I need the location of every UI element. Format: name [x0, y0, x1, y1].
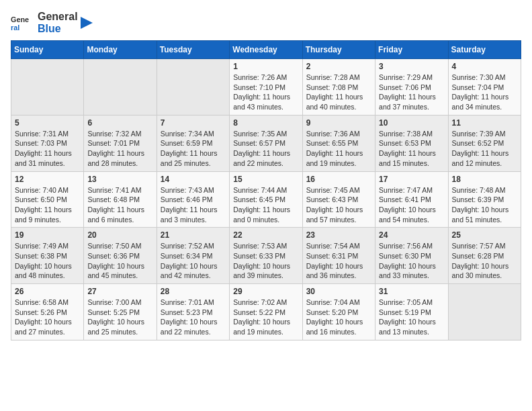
- calendar-cell: 16Sunrise: 7:45 AM Sunset: 6:43 PM Dayli…: [302, 171, 375, 228]
- day-number: 13: [87, 175, 152, 184]
- weekday-header-sunday: Sunday: [11, 41, 84, 59]
- day-info: Sunrise: 7:52 AM Sunset: 6:34 PM Dayligh…: [161, 241, 226, 281]
- logo-text-blue: Blue: [38, 23, 78, 35]
- calendar-cell: 1Sunrise: 7:26 AM Sunset: 7:10 PM Daylig…: [230, 59, 302, 116]
- day-info: Sunrise: 7:32 AM Sunset: 7:01 PM Dayligh…: [87, 129, 152, 169]
- day-number: 2: [306, 62, 371, 71]
- day-info: Sunrise: 7:39 AM Sunset: 6:52 PM Dayligh…: [452, 129, 517, 169]
- svg-text:Gene: Gene: [11, 15, 29, 24]
- week-row-5: 26Sunrise: 6:58 AM Sunset: 5:26 PM Dayli…: [11, 284, 521, 340]
- calendar-cell: 20Sunrise: 7:50 AM Sunset: 6:36 PM Dayli…: [84, 228, 157, 284]
- calendar-cell: 10Sunrise: 7:38 AM Sunset: 6:53 PM Dayli…: [375, 115, 448, 171]
- calendar-cell: 13Sunrise: 7:41 AM Sunset: 6:48 PM Dayli…: [84, 171, 157, 228]
- day-info: Sunrise: 7:04 AM Sunset: 5:20 PM Dayligh…: [306, 298, 371, 337]
- calendar-cell: [84, 59, 157, 116]
- day-number: 26: [15, 287, 80, 296]
- day-info: Sunrise: 7:30 AM Sunset: 7:04 PM Dayligh…: [452, 73, 517, 112]
- day-number: 15: [233, 175, 298, 184]
- day-number: 14: [161, 175, 226, 184]
- week-row-1: 1Sunrise: 7:26 AM Sunset: 7:10 PM Daylig…: [11, 59, 521, 116]
- day-info: Sunrise: 7:28 AM Sunset: 7:08 PM Dayligh…: [306, 73, 371, 112]
- calendar-cell: [11, 59, 84, 116]
- day-number: 29: [233, 287, 298, 296]
- day-number: 19: [15, 230, 80, 240]
- day-info: Sunrise: 7:36 AM Sunset: 6:55 PM Dayligh…: [306, 129, 371, 169]
- day-info: Sunrise: 7:05 AM Sunset: 5:19 PM Dayligh…: [379, 298, 444, 337]
- weekday-header-saturday: Saturday: [448, 41, 521, 59]
- svg-marker-2: [81, 17, 93, 29]
- day-info: Sunrise: 7:50 AM Sunset: 6:36 PM Dayligh…: [87, 241, 152, 281]
- day-number: 7: [161, 118, 226, 128]
- calendar-cell: 19Sunrise: 7:49 AM Sunset: 6:38 PM Dayli…: [11, 228, 84, 284]
- weekday-header-thursday: Thursday: [302, 41, 375, 59]
- calendar-cell: 21Sunrise: 7:52 AM Sunset: 6:34 PM Dayli…: [157, 228, 229, 284]
- week-row-2: 5Sunrise: 7:31 AM Sunset: 7:03 PM Daylig…: [11, 115, 521, 171]
- calendar-cell: 31Sunrise: 7:05 AM Sunset: 5:19 PM Dayli…: [375, 284, 448, 340]
- day-number: 18: [452, 175, 517, 184]
- logo-arrow-icon: [81, 17, 93, 29]
- day-number: 24: [379, 230, 444, 240]
- logo-icon: Gene ral: [11, 11, 35, 35]
- day-number: 22: [233, 230, 298, 240]
- calendar-cell: 9Sunrise: 7:36 AM Sunset: 6:55 PM Daylig…: [302, 115, 375, 171]
- day-info: Sunrise: 7:43 AM Sunset: 6:46 PM Dayligh…: [161, 185, 226, 225]
- day-number: 4: [452, 62, 517, 71]
- day-number: 5: [15, 118, 80, 128]
- day-number: 30: [306, 287, 371, 296]
- svg-text:ral: ral: [11, 24, 19, 32]
- calendar-cell: 6Sunrise: 7:32 AM Sunset: 7:01 PM Daylig…: [84, 115, 157, 171]
- day-number: 12: [15, 175, 80, 184]
- calendar-cell: 18Sunrise: 7:48 AM Sunset: 6:39 PM Dayli…: [448, 171, 521, 228]
- calendar-cell: 15Sunrise: 7:44 AM Sunset: 6:45 PM Dayli…: [230, 171, 302, 228]
- day-number: 31: [379, 287, 444, 296]
- week-row-3: 12Sunrise: 7:40 AM Sunset: 6:50 PM Dayli…: [11, 171, 521, 228]
- day-info: Sunrise: 7:54 AM Sunset: 6:31 PM Dayligh…: [306, 241, 371, 281]
- calendar-cell: 12Sunrise: 7:40 AM Sunset: 6:50 PM Dayli…: [11, 171, 84, 228]
- day-number: 21: [161, 230, 226, 240]
- weekday-header-tuesday: Tuesday: [157, 41, 229, 59]
- day-info: Sunrise: 7:53 AM Sunset: 6:33 PM Dayligh…: [233, 241, 298, 281]
- calendar-cell: 7Sunrise: 7:34 AM Sunset: 6:59 PM Daylig…: [157, 115, 229, 171]
- day-info: Sunrise: 7:01 AM Sunset: 5:23 PM Dayligh…: [161, 298, 226, 337]
- day-number: 27: [87, 287, 152, 296]
- day-info: Sunrise: 7:45 AM Sunset: 6:43 PM Dayligh…: [306, 185, 371, 225]
- weekday-header-friday: Friday: [375, 41, 448, 59]
- day-info: Sunrise: 7:40 AM Sunset: 6:50 PM Dayligh…: [15, 185, 80, 225]
- calendar-cell: 14Sunrise: 7:43 AM Sunset: 6:46 PM Dayli…: [157, 171, 229, 228]
- calendar-table: SundayMondayTuesdayWednesdayThursdayFrid…: [11, 40, 521, 340]
- calendar-cell: 23Sunrise: 7:54 AM Sunset: 6:31 PM Dayli…: [302, 228, 375, 284]
- calendar-cell: 11Sunrise: 7:39 AM Sunset: 6:52 PM Dayli…: [448, 115, 521, 171]
- calendar-cell: 24Sunrise: 7:56 AM Sunset: 6:30 PM Dayli…: [375, 228, 448, 284]
- day-info: Sunrise: 7:00 AM Sunset: 5:25 PM Dayligh…: [87, 298, 152, 337]
- day-info: Sunrise: 7:38 AM Sunset: 6:53 PM Dayligh…: [379, 129, 444, 169]
- calendar-cell: 28Sunrise: 7:01 AM Sunset: 5:23 PM Dayli…: [157, 284, 229, 340]
- calendar-cell: 22Sunrise: 7:53 AM Sunset: 6:33 PM Dayli…: [230, 228, 302, 284]
- page-header: Gene ral General Blue: [11, 11, 521, 35]
- weekday-header-monday: Monday: [84, 41, 157, 59]
- calendar-cell: [448, 284, 521, 340]
- day-number: 16: [306, 175, 371, 184]
- calendar-cell: 8Sunrise: 7:35 AM Sunset: 6:57 PM Daylig…: [230, 115, 302, 171]
- day-info: Sunrise: 7:02 AM Sunset: 5:22 PM Dayligh…: [233, 298, 298, 337]
- day-number: 25: [452, 230, 517, 240]
- logo-text-general: General: [38, 11, 78, 23]
- day-number: 28: [161, 287, 226, 296]
- day-number: 6: [87, 118, 152, 128]
- day-info: Sunrise: 7:48 AM Sunset: 6:39 PM Dayligh…: [452, 185, 517, 225]
- day-number: 1: [233, 62, 298, 71]
- day-info: Sunrise: 6:58 AM Sunset: 5:26 PM Dayligh…: [15, 298, 80, 337]
- day-info: Sunrise: 7:34 AM Sunset: 6:59 PM Dayligh…: [161, 129, 226, 169]
- weekday-header-wednesday: Wednesday: [230, 41, 302, 59]
- day-info: Sunrise: 7:31 AM Sunset: 7:03 PM Dayligh…: [15, 129, 80, 169]
- day-number: 20: [87, 230, 152, 240]
- calendar-cell: 4Sunrise: 7:30 AM Sunset: 7:04 PM Daylig…: [448, 59, 521, 116]
- week-row-4: 19Sunrise: 7:49 AM Sunset: 6:38 PM Dayli…: [11, 228, 521, 284]
- calendar-cell: [157, 59, 229, 116]
- logo: Gene ral General Blue: [11, 11, 93, 35]
- calendar-cell: 2Sunrise: 7:28 AM Sunset: 7:08 PM Daylig…: [302, 59, 375, 116]
- calendar-cell: 27Sunrise: 7:00 AM Sunset: 5:25 PM Dayli…: [84, 284, 157, 340]
- day-info: Sunrise: 7:41 AM Sunset: 6:48 PM Dayligh…: [87, 185, 152, 225]
- day-number: 8: [233, 118, 298, 128]
- day-info: Sunrise: 7:49 AM Sunset: 6:38 PM Dayligh…: [15, 241, 80, 281]
- day-number: 11: [452, 118, 517, 128]
